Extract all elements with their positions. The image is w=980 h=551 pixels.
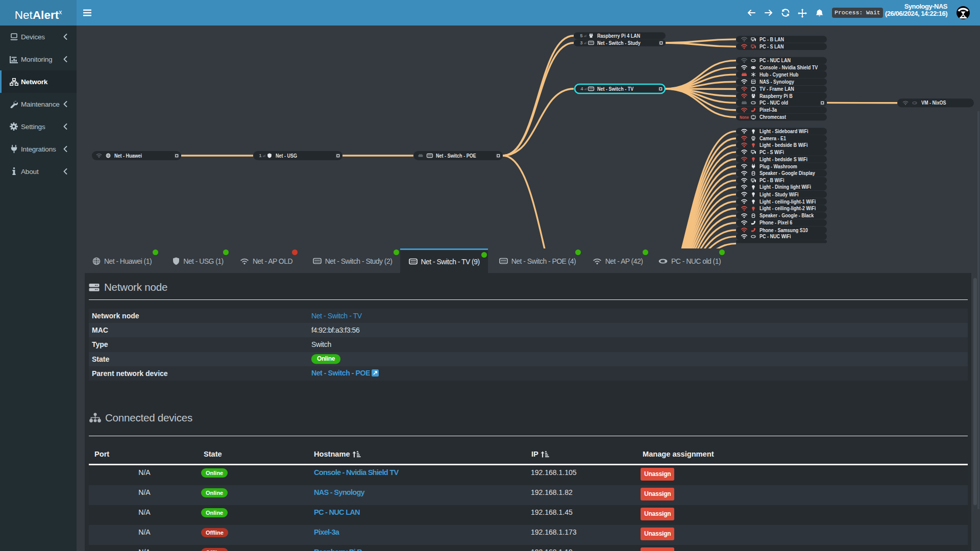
svg-text:Plug - Washroom: Plug - Washroom — [760, 164, 797, 169]
svg-text:Phone - Samsung S10: Phone - Samsung S10 — [760, 228, 808, 233]
svg-text:Net - Switch - TV: Net - Switch - TV — [597, 86, 633, 92]
svg-text:Light - ceiling-light-1 WiFi: Light - ceiling-light-1 WiFi — [760, 199, 816, 205]
svg-text:NAS - Synology: NAS - Synology — [760, 79, 794, 85]
svg-text:5: 5 — [580, 33, 582, 38]
svg-text:1: 1 — [259, 153, 261, 158]
svg-text:PC - B LAN: PC - B LAN — [760, 37, 784, 42]
svg-text:Light - Sideboard WiFi: Light - Sideboard WiFi — [760, 129, 808, 134]
svg-text:PC - S LAN: PC - S LAN — [760, 44, 784, 49]
svg-text:None: None — [740, 115, 749, 120]
svg-text:Speaker - Google - Black: Speaker - Google - Black — [760, 213, 814, 218]
svg-text:4: 4 — [580, 86, 583, 91]
svg-text:Console - Nvidia Shield TV: Console - Nvidia Shield TV — [760, 65, 818, 70]
svg-text:Net - USG: Net - USG — [276, 153, 297, 159]
svg-text:Net - Switch - Study: Net - Switch - Study — [597, 40, 641, 46]
svg-text:Light - ceiling-light-2 WiFi: Light - ceiling-light-2 WiFi — [760, 206, 816, 211]
svg-text:Pixel-3a: Pixel-3a — [760, 107, 777, 113]
svg-text:VM - NixOS: VM - NixOS — [921, 100, 946, 106]
svg-text:PC - B WiFi: PC - B WiFi — [760, 178, 785, 183]
svg-text:Hub - Cygnet Hub: Hub - Cygnet Hub — [760, 72, 798, 78]
svg-text:PC - NUC LAN: PC - NUC LAN — [760, 58, 791, 63]
svg-text:TV - Frame LAN: TV - Frame LAN — [760, 86, 794, 92]
svg-text:Light - bedside S WiFi: Light - bedside S WiFi — [760, 157, 807, 162]
svg-text:Camera - E1: Camera - E1 — [760, 136, 786, 141]
svg-text:Light - Study WiFi: Light - Study WiFi — [760, 192, 799, 197]
svg-text:PC - NUC old: PC - NUC old — [760, 100, 788, 106]
svg-text:PC - S WiFi: PC - S WiFi — [760, 149, 784, 155]
svg-text:Light - Dining light WiFi: Light - Dining light WiFi — [760, 184, 811, 190]
svg-text:Net - Switch - POE: Net - Switch - POE — [436, 153, 476, 159]
svg-text:Light - bedside B WiFi: Light - bedside B WiFi — [760, 142, 808, 148]
svg-text:Raspberry Pi 4 LAN: Raspberry Pi 4 LAN — [597, 33, 640, 39]
svg-text:Raspberry Pi B: Raspberry Pi B — [760, 93, 793, 99]
svg-text:Phone - Pixel 6: Phone - Pixel 6 — [760, 220, 792, 226]
svg-text:Speaker - Google Display: Speaker - Google Display — [760, 170, 815, 176]
svg-text:3: 3 — [580, 40, 582, 45]
svg-text:PC - NUC WiFi: PC - NUC WiFi — [760, 234, 791, 239]
svg-text:Net - Huawei: Net - Huawei — [114, 153, 142, 159]
svg-text:Chromecast: Chromecast — [760, 114, 787, 120]
